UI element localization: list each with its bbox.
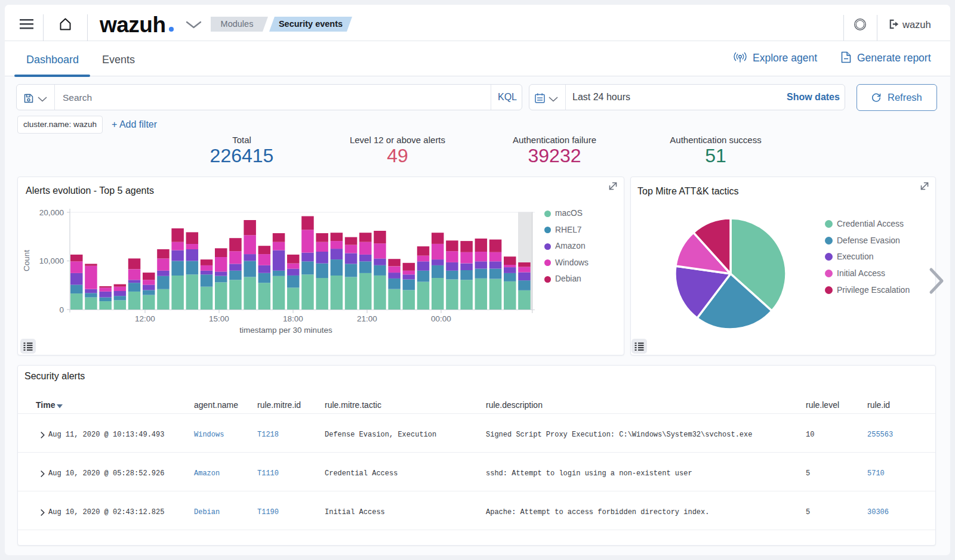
svg-text:10,000: 10,000 <box>39 256 64 265</box>
svg-text:21:00: 21:00 <box>357 314 377 323</box>
svg-text:00:00: 00:00 <box>431 314 451 323</box>
svg-text:12:00: 12:00 <box>135 314 155 323</box>
svg-text:timestamp per 30 minutes: timestamp per 30 minutes <box>239 326 332 335</box>
svg-text:20,000: 20,000 <box>39 208 64 217</box>
svg-text:Count: Count <box>22 250 31 271</box>
svg-text:15:00: 15:00 <box>209 314 229 323</box>
svg-text:18:00: 18:00 <box>283 314 303 323</box>
svg-text:0: 0 <box>59 305 64 314</box>
